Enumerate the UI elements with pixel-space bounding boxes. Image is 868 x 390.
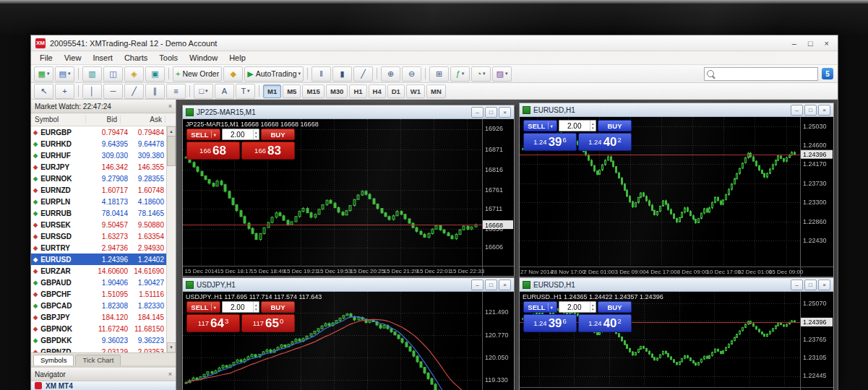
- lot-spinner[interactable]: ▴▾: [590, 121, 596, 131]
- sell-price-display[interactable]: 117643: [186, 314, 240, 332]
- tab-symbols[interactable]: Symbols: [33, 355, 74, 365]
- new-chart-icon[interactable]: ▦▾: [34, 66, 53, 82]
- market-watch-row[interactable]: ◆EURGBP0.794740.79484: [31, 126, 167, 138]
- sell-dropdown-icon[interactable]: ▾: [211, 303, 216, 311]
- chart-line-icon[interactable]: ╱: [353, 66, 373, 82]
- periods-icon[interactable]: ◔▾: [471, 66, 491, 82]
- buy-price-display[interactable]: 117650: [241, 314, 295, 332]
- indicators-icon[interactable]: ƒ▾: [450, 66, 470, 82]
- buy-button[interactable]: BUY: [598, 301, 632, 313]
- sell-price-display[interactable]: 16668: [186, 142, 240, 160]
- timeframe-d1[interactable]: D1: [387, 84, 405, 98]
- chart-titlebar[interactable]: USDJPY,H1 – □ ×: [183, 278, 514, 292]
- scroll-down-icon[interactable]: ▼: [167, 342, 176, 352]
- market-watch-row[interactable]: ◆EURHUF309.030309.380: [31, 150, 167, 161]
- arrow-objects-icon[interactable]: T▾: [236, 84, 255, 99]
- buy-button[interactable]: BUY: [261, 129, 295, 140]
- column-bid[interactable]: Bid: [86, 116, 121, 124]
- market-watch-row[interactable]: ◆GBPCHF1.510951.51116: [31, 288, 167, 300]
- text-label-icon[interactable]: A: [215, 84, 234, 99]
- menu-tools[interactable]: Tools: [153, 53, 184, 63]
- market-watch-row[interactable]: ◆EURNOK9.279089.28355: [31, 173, 167, 184]
- lot-spinner[interactable]: ▴▾: [253, 129, 259, 139]
- menu-help[interactable]: Help: [223, 53, 252, 63]
- menu-view[interactable]: View: [59, 53, 87, 63]
- menu-window[interactable]: Window: [184, 53, 223, 63]
- crosshair-icon[interactable]: +: [55, 84, 74, 99]
- sell-price-display[interactable]: 1.24396: [523, 314, 577, 332]
- metaeditor-icon[interactable]: ◆: [223, 66, 243, 82]
- lot-spinner[interactable]: ▴▾: [253, 302, 259, 312]
- market-watch-row[interactable]: ◆EURUSD1.243961.24402: [31, 254, 167, 265]
- timeframe-m5[interactable]: M5: [283, 84, 301, 98]
- chart-titlebar[interactable]: JP225-MAR15,M1 – □ ×: [183, 105, 514, 119]
- chart-close-button[interactable]: ×: [499, 280, 511, 290]
- new-order-icon[interactable]: +New Order: [173, 66, 222, 82]
- terminal-toggle-icon[interactable]: ▣: [145, 66, 165, 82]
- timeframe-w1[interactable]: W1: [406, 84, 425, 98]
- timeframe-mn[interactable]: MN: [426, 84, 446, 98]
- navigator-toggle-icon[interactable]: ◈: [124, 66, 144, 82]
- close-button[interactable]: ×: [825, 39, 829, 48]
- market-watch-row[interactable]: ◆EURSEK9.504579.50880: [31, 219, 167, 230]
- buy-price-display[interactable]: 16683: [241, 142, 295, 160]
- sell-button[interactable]: SELL▾: [186, 129, 220, 140]
- shapes-icon[interactable]: □▾: [194, 84, 213, 99]
- market-watch-row[interactable]: ◆EURJPY146.342146.355: [31, 161, 167, 173]
- market-watch-close-icon[interactable]: ×: [168, 103, 172, 110]
- buy-price-display[interactable]: 1.24402: [578, 133, 632, 151]
- menu-insert[interactable]: Insert: [87, 53, 119, 63]
- chart-bars-icon[interactable]: ‖: [311, 66, 331, 82]
- market-watch-toggle-icon[interactable]: ▥: [82, 66, 102, 82]
- market-watch-row[interactable]: ◆EURHKD9.643959.64478: [31, 138, 167, 150]
- market-watch-row[interactable]: ◆GBPNOK11.6724011.68150: [31, 323, 167, 334]
- column-symbol[interactable]: Symbol: [31, 116, 86, 124]
- chart-titlebar[interactable]: EURUSD,H1 – □ ×: [520, 278, 833, 292]
- timeframe-m30[interactable]: M30: [326, 84, 348, 98]
- chart-titlebar[interactable]: EURUSD,H1 – □ ×: [520, 103, 833, 117]
- chart-close-button[interactable]: ×: [818, 280, 830, 290]
- buy-button[interactable]: BUY: [598, 120, 632, 131]
- chart-restore-button[interactable]: □: [804, 105, 817, 116]
- market-watch-row[interactable]: ◆GBPDKK9.360239.36223: [31, 334, 167, 346]
- scroll-up-icon[interactable]: ▲: [167, 126, 176, 136]
- navigator-root-item[interactable]: XM MT4: [31, 381, 176, 390]
- sell-dropdown-icon[interactable]: ▾: [548, 122, 553, 129]
- profiles-icon[interactable]: ▤▾: [55, 66, 74, 82]
- data-window-icon[interactable]: ◫: [103, 66, 123, 82]
- mql5-badge-icon[interactable]: 5: [822, 68, 833, 79]
- buy-price-display[interactable]: 1.24402: [578, 314, 632, 332]
- lot-input[interactable]: [223, 129, 253, 139]
- chart-restore-button[interactable]: □: [804, 280, 817, 290]
- trendline-icon[interactable]: ╱: [124, 84, 144, 99]
- cursor-icon[interactable]: ↖: [34, 84, 53, 99]
- market-watch-row[interactable]: ◆EURPLN4.181734.18600: [31, 196, 167, 207]
- lot-input[interactable]: [559, 121, 590, 131]
- buy-button[interactable]: BUY: [261, 301, 295, 313]
- title-bar[interactable]: XM 20095541: XMTrading-Real 12 - Demo Ac…: [31, 35, 838, 51]
- equidistant-channel-icon[interactable]: ∥: [145, 84, 165, 99]
- timeframe-h1[interactable]: H1: [349, 84, 366, 98]
- zoom-in-icon[interactable]: ⊕: [381, 66, 400, 82]
- search-input[interactable]: [716, 69, 815, 79]
- scroll-thumb[interactable]: [167, 136, 176, 166]
- chart-minimize-button[interactable]: –: [471, 107, 484, 118]
- chart-restore-button[interactable]: □: [485, 107, 497, 118]
- minimize-button[interactable]: –: [792, 39, 796, 48]
- market-watch-header[interactable]: Market Watch: 22:47:24 ×: [31, 100, 176, 113]
- sell-button[interactable]: SELL▾: [186, 301, 220, 313]
- sell-dropdown-icon[interactable]: ▾: [548, 303, 553, 311]
- templates-icon[interactable]: ▨▾: [492, 66, 512, 82]
- vertical-line-icon[interactable]: │: [82, 84, 102, 99]
- column-ask[interactable]: Ask: [121, 116, 166, 124]
- lot-spinner[interactable]: ▴▾: [590, 302, 596, 312]
- fibonacci-icon[interactable]: ≡: [166, 84, 186, 99]
- timeframe-m15[interactable]: M15: [302, 84, 324, 98]
- zoom-out-icon[interactable]: ⊖: [402, 66, 421, 82]
- chart-close-button[interactable]: ×: [818, 105, 830, 116]
- sell-button[interactable]: SELL▾: [523, 120, 557, 131]
- market-watch-row[interactable]: ◆GBPAUD1.904061.90427: [31, 277, 167, 288]
- chart-restore-button[interactable]: □: [485, 280, 497, 290]
- market-watch-row[interactable]: ◆EURTRY2.947362.94930: [31, 242, 167, 254]
- chart-minimize-button[interactable]: –: [471, 280, 484, 290]
